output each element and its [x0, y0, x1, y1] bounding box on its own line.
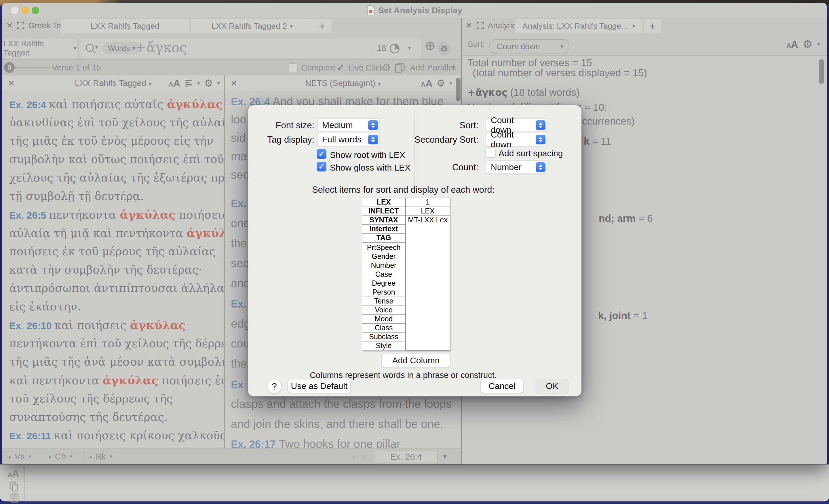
search-field[interactable]: ▾ Words ▾ +ἄγκος 18 ▾: [81, 39, 421, 58]
close-zone-icon[interactable]: ✕: [6, 21, 13, 30]
zone-brackets-icon[interactable]: [476, 22, 484, 29]
gear-icon[interactable]: ⚙: [803, 38, 813, 51]
cancel-button[interactable]: Cancel: [481, 379, 523, 393]
sort-item[interactable]: Case: [362, 270, 405, 279]
sort-item[interactable]: Person: [362, 288, 405, 297]
chevron-down-icon[interactable]: ▾: [443, 448, 447, 464]
chevron-down-icon[interactable]: ▾: [408, 44, 411, 52]
compare-checkbox[interactable]: [289, 63, 298, 72]
add-tab-button[interactable]: +: [644, 19, 661, 33]
zone-brackets-icon[interactable]: [17, 22, 25, 29]
sort-item[interactable]: TAG: [362, 234, 405, 242]
pane-divider[interactable]: [224, 75, 225, 448]
close-zone-icon[interactable]: ✕: [466, 21, 472, 30]
chevron-down-icon[interactable]: ▾: [217, 79, 220, 87]
book-stepper[interactable]: ▲Bk▼: [89, 449, 113, 464]
column-item[interactable]: MT-LXX Lex: [406, 216, 449, 224]
nets-scrollbar-thumb[interactable]: [456, 78, 461, 101]
add-search-icon[interactable]: ⊕: [425, 38, 435, 53]
gear-icon[interactable]: ⚙: [204, 77, 213, 89]
pages-icon[interactable]: [395, 63, 405, 73]
chevron-down-icon[interactable]: ▾: [197, 79, 200, 87]
chevron-down-icon[interactable]: ▾: [817, 41, 820, 48]
chevron-down-icon[interactable]: ▾: [290, 23, 293, 30]
tag-display-value: Full words: [318, 134, 368, 145]
analytics-sort-select[interactable]: Count down ▾: [489, 39, 569, 54]
show-root-checkbox[interactable]: ✓: [317, 149, 326, 159]
count-select[interactable]: Number: [486, 160, 547, 174]
text-size-icon[interactable]: AA: [7, 468, 19, 479]
search-scope-select[interactable]: Words ▾: [103, 42, 141, 54]
sort-item[interactable]: Gender: [362, 252, 405, 261]
list-format-icon[interactable]: [184, 79, 193, 87]
gear-icon[interactable]: ⚙: [436, 77, 445, 89]
tab-lxx-rahlfs-tagged[interactable]: LXX Rahlfs Tagged: [61, 19, 189, 33]
analytics-line: nd; arm = 6: [599, 212, 653, 224]
sort-item[interactable]: SYNTAX: [362, 216, 405, 225]
bk-label: Bk: [96, 452, 106, 461]
chevron-down-icon[interactable]: ▾: [632, 23, 635, 30]
greek-text-line: Ex. 26:10 καὶ ποιήσεις ἀγκύλας: [9, 316, 222, 334]
column-header[interactable]: 1: [406, 198, 449, 207]
verse-slider-track[interactable]: [9, 67, 50, 69]
secondary-sort-select[interactable]: Count down: [486, 133, 547, 146]
show-gloss-checkbox[interactable]: ✓: [317, 162, 326, 171]
close-pane-icon[interactable]: ✕: [8, 79, 15, 88]
close-pane-icon[interactable]: ✕: [230, 79, 237, 88]
pages-icon[interactable]: [9, 481, 20, 492]
sort-item[interactable]: Intertext: [362, 225, 405, 234]
chevron-down-icon[interactable]: ▾: [449, 79, 453, 87]
tab-bar: ✕ Greek Texts LXX Rahlfs Tagged LXX Rahl…: [2, 18, 827, 33]
sort-item[interactable]: INFLECT: [362, 207, 405, 216]
ok-button[interactable]: OK: [536, 379, 568, 393]
help-button[interactable]: ?: [267, 379, 282, 393]
document-icon: [367, 5, 375, 15]
font-size-select[interactable]: Medium: [317, 119, 380, 132]
search-query[interactable]: +ἄγκος: [135, 40, 187, 55]
analytics-scrollbar-thumb[interactable]: [819, 59, 824, 84]
down-icon: ▼: [109, 454, 113, 459]
sort-item[interactable]: PrtSpeech: [362, 243, 405, 252]
stepper-icon: [536, 162, 545, 172]
text-module-select[interactable]: LXX Rahlfs Tagged ▾: [3, 39, 77, 58]
sort-item[interactable]: Style: [362, 342, 405, 350]
sort-item[interactable]: Mood: [362, 315, 405, 324]
sort-item[interactable]: Number: [362, 261, 405, 270]
add-tab-button[interactable]: +: [313, 19, 332, 33]
verse-slider-knob[interactable]: 0: [4, 62, 15, 73]
tab-analysis[interactable]: Analysis: LXX Rahlfs Tagge… ▾: [515, 19, 643, 33]
pie-chart-icon[interactable]: [390, 44, 400, 53]
gear-icon[interactable]: ⚙: [382, 60, 391, 76]
sort-item[interactable]: LEX: [362, 198, 405, 207]
use-as-default-button[interactable]: Use as Default: [288, 379, 351, 393]
add-parallel-button[interactable]: Add Parallel: [410, 60, 455, 76]
sort-item[interactable]: Voice: [362, 306, 405, 315]
analytics-line: Total number of verses = 15: [467, 57, 592, 69]
refresh-icon[interactable]: ♻: [437, 42, 451, 55]
add-column-button[interactable]: Add Column: [382, 353, 450, 367]
sort-item[interactable]: Degree: [362, 279, 405, 288]
sort-item[interactable]: Class: [362, 324, 405, 333]
column-item[interactable]: LEX: [406, 207, 449, 216]
verse-stepper[interactable]: ▲Vs▼: [7, 449, 32, 464]
tag-display-select[interactable]: Full words: [317, 133, 380, 146]
pane-title[interactable]: NETS (Septuagint) ▾: [305, 75, 381, 91]
chevron-down-icon[interactable]: ▾: [452, 60, 456, 76]
chapter-stepper[interactable]: ▲Ch▼: [48, 449, 73, 464]
clipboard-icon[interactable]: [10, 493, 19, 503]
text-size-icon[interactable]: AA: [421, 78, 432, 89]
tab-lxx-rahlfs-tagged-2[interactable]: LXX Rahlfs Tagged 2 ▾: [191, 19, 313, 33]
text-size-icon[interactable]: AA: [786, 39, 798, 50]
greek-text-pane[interactable]: Ex. 26:4 καὶ ποιήσεις αὐταῖς ἀγκύλαςὑακι…: [2, 91, 224, 448]
reference-field[interactable]: Ex. 26:4: [375, 451, 437, 463]
text-size-icon[interactable]: AA: [169, 78, 180, 89]
sort-item[interactable]: Tense: [362, 297, 405, 306]
search-icon[interactable]: [86, 44, 94, 52]
pane-title[interactable]: LXX Rahlfs Tagged ▾: [75, 75, 152, 91]
history-arrows[interactable]: ‹›: [352, 449, 365, 464]
sort-item[interactable]: Subclass: [362, 333, 405, 342]
vs-label: Vs: [15, 452, 25, 461]
add-sort-spacing-checkbox[interactable]: [485, 147, 496, 158]
chevron-down-icon[interactable]: ▾: [95, 43, 98, 51]
live-click-checkbox[interactable]: ✓: [337, 60, 345, 76]
